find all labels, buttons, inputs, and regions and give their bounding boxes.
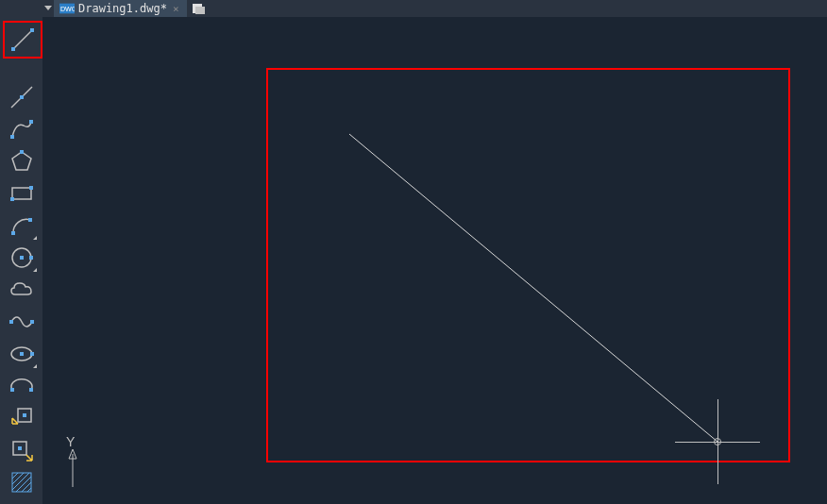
svg-line-4: [13, 30, 32, 49]
svg-rect-17: [28, 218, 32, 222]
tab-title: Drawing1.dwg*: [78, 2, 167, 15]
circle-tool[interactable]: [5, 242, 39, 274]
ellipse-tool[interactable]: [5, 338, 39, 370]
dropdown-indicator: [33, 364, 37, 368]
svg-marker-11: [12, 152, 31, 170]
svg-rect-14: [10, 197, 14, 201]
svg-text:DWG: DWG: [60, 6, 75, 13]
svg-line-39: [349, 134, 717, 442]
svg-rect-21: [9, 320, 13, 324]
revcloud-tool[interactable]: [5, 274, 39, 306]
tab-close-button[interactable]: ×: [171, 3, 181, 15]
drawn-line-segment: [42, 17, 827, 504]
ellipse-arc-tool[interactable]: [5, 370, 39, 402]
polygon-tool[interactable]: [5, 145, 39, 177]
svg-rect-25: [30, 352, 34, 356]
document-tab[interactable]: DWG Drawing1.dwg* ×: [54, 0, 187, 17]
svg-rect-20: [29, 256, 33, 260]
xline-tool[interactable]: [5, 81, 39, 113]
ucs-y-label: Y: [66, 435, 76, 449]
svg-rect-27: [29, 388, 33, 392]
rectangle-icon: [8, 180, 35, 207]
dwg-file-icon: DWG: [59, 3, 75, 14]
svg-rect-13: [12, 188, 31, 199]
svg-rect-10: [29, 120, 33, 124]
svg-rect-6: [30, 28, 34, 32]
new-document-icon: [192, 3, 205, 14]
insert-block-tool[interactable]: [5, 402, 39, 434]
svg-rect-15: [29, 186, 33, 190]
ellipse-arc-icon: [8, 373, 35, 399]
cloud-icon: [8, 277, 35, 303]
svg-rect-22: [30, 320, 34, 324]
svg-rect-5: [11, 47, 15, 51]
make-block-icon: [8, 437, 35, 463]
hatch-icon: [8, 469, 35, 496]
dropdown-indicator: [33, 236, 37, 240]
circle-icon: [8, 244, 35, 271]
xline-icon: [8, 84, 35, 110]
arc-tool[interactable]: [5, 210, 39, 242]
arc-icon: [8, 212, 35, 239]
spline-tool[interactable]: [5, 306, 39, 338]
svg-line-33: [12, 473, 18, 479]
svg-line-38: [27, 488, 31, 492]
svg-rect-24: [20, 352, 24, 356]
svg-rect-26: [10, 388, 14, 392]
new-tab-button[interactable]: [189, 0, 208, 17]
svg-rect-3: [195, 7, 205, 14]
chevron-down-icon: [44, 6, 52, 11]
svg-line-37: [22, 482, 31, 492]
svg-rect-16: [11, 231, 15, 235]
svg-rect-9: [10, 135, 14, 139]
draw-toolbar: [0, 0, 42, 504]
svg-rect-8: [20, 95, 24, 99]
tab-list-dropdown[interactable]: [42, 0, 54, 17]
rectangle-tool[interactable]: [5, 177, 39, 210]
polygon-icon: [8, 148, 35, 175]
polyline-icon: [8, 116, 35, 143]
ellipse-icon: [8, 341, 35, 367]
polyline-tool[interactable]: [5, 113, 39, 145]
make-block-tool[interactable]: [5, 434, 39, 466]
drawing-canvas[interactable]: Y: [42, 17, 827, 504]
svg-rect-19: [20, 256, 24, 260]
svg-line-34: [12, 473, 24, 484]
svg-rect-29: [23, 413, 26, 417]
dropdown-indicator: [33, 268, 37, 272]
insert-block-icon: [8, 405, 35, 431]
svg-rect-12: [20, 150, 24, 154]
tab-bar: DWG Drawing1.dwg* ×: [42, 0, 827, 17]
line-icon: [9, 26, 36, 53]
ucs-icon: Y: [54, 435, 92, 495]
spline-icon: [8, 309, 35, 335]
line-tool[interactable]: [3, 21, 42, 59]
hatch-tool[interactable]: [5, 466, 39, 498]
svg-rect-31: [18, 446, 22, 450]
